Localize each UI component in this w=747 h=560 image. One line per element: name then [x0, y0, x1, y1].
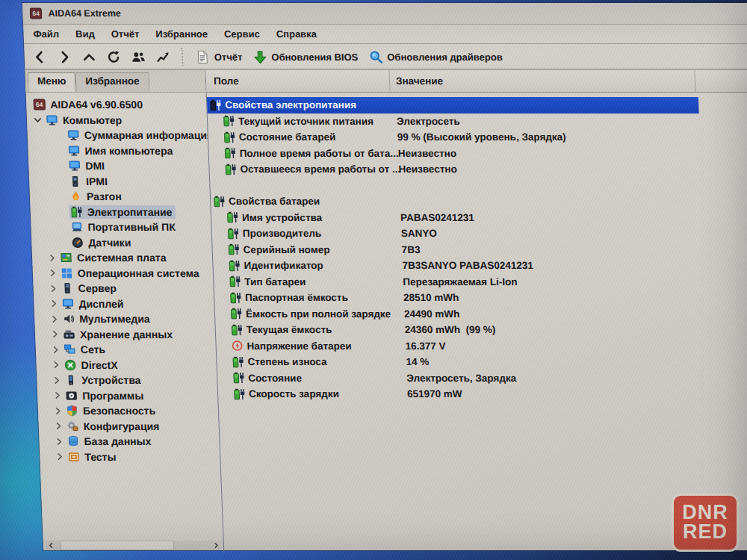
chevron-right-icon[interactable]	[55, 452, 64, 461]
up-button[interactable]	[76, 46, 102, 67]
report-button[interactable]: Отчёт	[190, 46, 248, 67]
table-row[interactable]: Скорость зарядки651970 mW	[218, 386, 723, 402]
tree-item[interactable]: Хранение данных	[35, 327, 216, 343]
field-label: Степень износа	[247, 356, 327, 367]
table-row[interactable]: Степень износа14 %	[217, 354, 722, 370]
scroll-left-icon[interactable]	[46, 541, 56, 550]
back-button[interactable]	[27, 46, 52, 67]
field-label: Производитель	[243, 228, 322, 239]
section-row[interactable]: Свойства батареи	[211, 193, 703, 210]
table-row[interactable]: Ёмкость при полной зарядке24490 mWh	[215, 306, 720, 323]
chevron-down-icon[interactable]	[33, 115, 43, 125]
tree-item-content: Имя компьютера	[66, 144, 176, 158]
tree-item[interactable]: Имя компьютера	[28, 143, 208, 159]
column-header-value[interactable]: Значение	[388, 70, 695, 92]
table-row[interactable]: Имя устройстваPABAS0241231	[211, 210, 716, 226]
refresh-button[interactable]	[101, 46, 126, 67]
tab-menu[interactable]: Меню	[28, 72, 76, 92]
battery-icon	[229, 276, 241, 287]
computer-icon	[67, 145, 81, 157]
table-row[interactable]: СостояниеЭлектросеть, Зарядка	[217, 370, 722, 387]
menu-item-tools[interactable]: Сервис	[216, 28, 268, 40]
tree-item[interactable]: Портативный ПК	[31, 220, 211, 235]
table-row[interactable]: Серийный номер7B3	[212, 242, 717, 258]
chevron-right-icon[interactable]	[47, 253, 57, 263]
chevron-right-icon[interactable]	[50, 329, 60, 339]
menu-item-file[interactable]: Файл	[25, 28, 67, 40]
titlebar[interactable]: 64 AIDA64 Extreme	[22, 3, 747, 25]
tree-item[interactable]: Разгон	[30, 189, 211, 205]
chevron-right-icon[interactable]	[48, 284, 58, 293]
tree-item[interactable]: База данных	[39, 434, 220, 449]
battery-icon	[233, 388, 246, 400]
menu-item-favorites[interactable]: Избранное	[147, 28, 216, 40]
chevron-right-icon[interactable]	[52, 376, 61, 385]
chevron-right-icon[interactable]	[49, 314, 59, 324]
bios-updates-button[interactable]: Обновления BIOS	[247, 46, 364, 67]
tree-item[interactable]: Программы	[37, 388, 218, 404]
column-header-field[interactable]: Поле	[205, 70, 389, 92]
users-button[interactable]	[125, 46, 151, 67]
tree-item[interactable]: 64AIDA64 v6.90.6500	[26, 97, 207, 113]
tree-item[interactable]: Компьютер	[27, 113, 208, 128]
table-row[interactable]: Идентификатор7B3SANYO PABAS0241231	[213, 258, 718, 274]
table-row[interactable]: Напряжение батареи16.377 V	[216, 338, 721, 355]
table-row[interactable]: Состояние батарей99 % (Высокий уровень, …	[208, 129, 713, 146]
section-row[interactable]: Свойства электропитания	[207, 97, 699, 113]
tab-favorites[interactable]: Избранное	[75, 72, 149, 92]
tree-item-label: Сеть	[81, 343, 106, 355]
table-row[interactable]: ПроизводительSANYO	[211, 225, 716, 242]
speaker-icon	[62, 313, 75, 325]
tree-item[interactable]: DirectX	[36, 358, 217, 373]
tree-item[interactable]: Сеть	[35, 342, 216, 358]
tree-item[interactable]: Безопасность	[38, 403, 219, 419]
tree-item[interactable]: Мультимедиа	[34, 311, 215, 327]
table-row[interactable]: Тип батареиПерезаряжаемая Li-Ion	[214, 274, 719, 290]
chevron-right-icon[interactable]	[51, 345, 61, 355]
row-spacer	[210, 178, 747, 194]
tree-item[interactable]: Суммарная информация	[27, 128, 208, 143]
tree-item-content: DMI	[67, 159, 108, 172]
chevron-right-icon[interactable]	[48, 268, 58, 278]
voltage-icon	[231, 340, 244, 352]
chevron-right-icon[interactable]	[54, 437, 63, 447]
tree-item[interactable]: Операционная система	[33, 266, 214, 281]
tree-item[interactable]: DMI	[28, 158, 209, 174]
chevron-right-icon[interactable]	[54, 421, 63, 431]
chevron-right-icon[interactable]	[53, 406, 63, 416]
graph-button[interactable]	[150, 46, 176, 67]
scroll-right-icon[interactable]	[211, 541, 221, 550]
battery-icon	[232, 372, 245, 384]
table-row[interactable]: Текущая ёмкость24360 mWh (99 %)	[215, 322, 720, 338]
tree-item[interactable]: Сервер	[33, 281, 214, 296]
tree-item[interactable]: Системная плата	[32, 250, 213, 266]
chevron-right-icon[interactable]	[52, 391, 62, 400]
field-label: Скорость зарядки	[249, 388, 339, 399]
battery-icon	[69, 206, 83, 218]
tree-item[interactable]: Электропитание	[30, 205, 211, 220]
tower-icon	[69, 175, 82, 187]
horizontal-scrollbar[interactable]	[46, 541, 221, 550]
tree-item[interactable]: Тесты	[40, 449, 220, 465]
tree-item[interactable]: Устройства	[37, 373, 217, 388]
table-row[interactable]: Оставшееся время работы от ...Неизвестно	[209, 161, 714, 178]
tree-item[interactable]: IPMI	[29, 174, 210, 190]
scrollbar-thumb[interactable]	[61, 541, 174, 550]
tree-item[interactable]: Датчики	[31, 235, 212, 251]
menu-item-report[interactable]: Отчёт	[103, 28, 148, 40]
field-value: 24360 mWh (99 %)	[405, 324, 496, 335]
menu-item-view[interactable]: Вид	[67, 28, 103, 40]
forward-button[interactable]	[52, 46, 77, 67]
battery-icon	[224, 164, 237, 175]
tree-item[interactable]: Дисплей	[34, 296, 214, 312]
table-row[interactable]: Текущий источник питанияЭлектросеть	[208, 113, 713, 130]
tree-item[interactable]: Конфигурация	[38, 419, 219, 435]
driver-updates-button[interactable]: Обновления драйверов	[363, 46, 509, 67]
table-row[interactable]: Полное время работы от бата...Неизвестно	[208, 146, 713, 162]
tree-item-label: Имя компьютера	[84, 145, 173, 157]
chevron-right-icon[interactable]	[49, 299, 58, 308]
table-row[interactable]: Паспортная ёмкость28510 mWh	[214, 290, 719, 306]
menu-item-help[interactable]: Справка	[267, 28, 325, 40]
chevron-right-icon[interactable]	[51, 360, 61, 370]
listview-header: Поле Значение	[205, 70, 747, 93]
